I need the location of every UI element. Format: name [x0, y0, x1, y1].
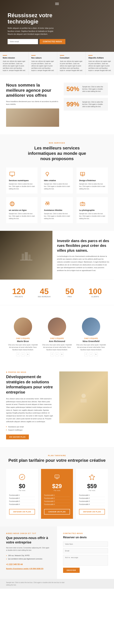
form-message-group [63, 555, 108, 566]
stat-num-prix: 50 [59, 287, 81, 295]
about2-image [59, 372, 108, 423]
twitter-icon[interactable]: t [55, 352, 59, 356]
team-role: CHEF D'ÉQUIPE [42, 338, 72, 339]
info-card-title: Objectifs d'affaire [88, 57, 111, 59]
stat-num-bureaux: 45 [33, 287, 56, 295]
footer-phone: +1 222 345 55 44 [6, 563, 51, 566]
team-name: Nina Greenfield [76, 340, 106, 342]
pricing-features: Fonctionnalité 1 Fonctionnalité 2 Foncti… [9, 494, 35, 506]
service-title: La photographie [79, 209, 105, 211]
feature-item: Fonctionnalité 4 [44, 503, 70, 506]
stat-label-projets: PROJETS [7, 296, 30, 298]
stat-text-2: Sample text. Click to select the text bo… [82, 101, 105, 108]
about2-cta-button[interactable]: EN SAVOIR PLUS [6, 434, 29, 440]
team-bio: Chez arcu risus quis varius quam. Imperd… [76, 344, 106, 351]
about-title: Nous sommes la meilleure agence pour amé… [6, 82, 59, 98]
service-text: Sample text. Click to select the text bo… [9, 212, 35, 220]
pricing-period: Par mois [44, 490, 70, 491]
form-message-input[interactable] [63, 555, 108, 566]
team-name: Ann Richmond [42, 340, 72, 342]
interior-icon [79, 171, 86, 178]
service-card-numeriques: Services numériques Sample text. Click t… [6, 168, 38, 194]
svg-point-6 [82, 203, 84, 205]
services-grid: Services numériques Sample text. Click t… [6, 168, 108, 223]
pricing-features: Fonctionnalité 1 Fonctionnalité 2 Foncti… [79, 494, 105, 506]
instagram-icon[interactable]: in [26, 352, 30, 356]
city-image [0, 231, 52, 280]
info-card-text: Justo nec ultrices dui sapien eget mi pr… [31, 60, 54, 72]
about-left: Nous sommes la meilleure agence pour amé… [6, 82, 59, 127]
feature-item: Fonctionnalité 4 [79, 503, 105, 506]
team-section: CHEF D'ÉQUIPE Marie Brun Chez arcu risus… [0, 305, 114, 364]
service-card-design: Design d'Intérieur Sample text. Click to… [76, 168, 108, 194]
services-section: NOS SERVICES Les meilleurs services info… [0, 134, 114, 231]
team-grid: CHEF D'ÉQUIPE Marie Brun Chez arcu risus… [6, 318, 108, 356]
feature-item: Fonctionnalité 3 [44, 500, 70, 503]
stat-label-prix: PRIX [59, 296, 81, 298]
pricing-icon-free [18, 473, 26, 481]
twitter-icon[interactable]: t [89, 352, 93, 356]
form-submit-button[interactable]: ENVOYER [63, 568, 80, 573]
footer-cta-right: CONTACTEZ-NOUS Réserver un devis ENVOYER [57, 526, 114, 579]
facebook-icon[interactable]: f [50, 352, 54, 356]
team-name: Marie Brun [8, 340, 38, 342]
pricing-cta-premium[interactable]: OBTENIR UN PLAN [79, 509, 105, 514]
footer-list: 166 rue, Network City, NYPD Qui semblent… [6, 554, 51, 561]
facebook-icon[interactable]: f [16, 352, 20, 356]
facebook-icon[interactable]: f [84, 352, 88, 356]
hero-cta-button[interactable]: CONTACTEZ-NOUS [39, 39, 65, 44]
service-text: Sample text. Click to select the text bo… [44, 183, 70, 190]
accent-line [60, 55, 64, 56]
accent-line [88, 55, 93, 56]
pricing-cta-featured[interactable]: CHOISIR UN PLAN [44, 509, 70, 514]
stat-label-clients: CLIENTS [84, 296, 107, 298]
twitter-icon[interactable]: t [21, 352, 25, 356]
monitor-icon [9, 171, 15, 178]
footer-cta: AIDEZ-NOUS 24H/24 ET 7J/7 Que pouvons-no… [0, 526, 114, 579]
team-avatar-ann [48, 318, 66, 336]
info-card-text: Justo nec ultrices dui sapien eget mi pr… [60, 60, 83, 72]
globe-icon [9, 200, 15, 207]
social-icons: f t in [42, 352, 72, 356]
nav-menu[interactable] [55, 3, 59, 5]
hero-email-input[interactable] [7, 39, 38, 44]
instagram-icon[interactable]: in [94, 352, 98, 356]
pricing-cta-free[interactable]: OBTENIR UN PLAN [9, 509, 35, 514]
info-card-title: Consultant [60, 57, 83, 59]
instagram-icon[interactable]: in [60, 352, 64, 356]
feature-item: Fonctionnalité 3 [79, 500, 105, 503]
footer-note: Qui semblent même pas légèrement correct… [6, 557, 51, 561]
svg-rect-10 [28, 254, 30, 260]
form-email-input[interactable] [63, 548, 108, 553]
pricing-price: $0 [9, 483, 35, 490]
info-card-valeurs: Nos valeurs Justo nec ultrices dui sapie… [29, 52, 57, 75]
service-text: Sample text. Click to select the text bo… [79, 212, 105, 220]
pricing-section: PLAN TARIFAIRE Petit plan tarifaire pour… [0, 447, 114, 526]
about2-section: À PROPOS DE NOUS Développement de straté… [0, 364, 114, 447]
form-name-input[interactable] [63, 542, 108, 547]
city-text: Investir dans des parcs et des rues flex… [52, 231, 114, 280]
stats-row: 120 PROJETS 45 DES BUREAUX 50 PRIX 100 C… [0, 280, 114, 305]
about2-features: Assistance par email Support multilingue [6, 425, 55, 432]
footer-right-label: CONTACTEZ-NOUS [63, 532, 108, 534]
footer-cta-link[interactable]: Numéro d'assistance rapide (+39 0964 669… [6, 568, 43, 570]
hero-description: Mollis aliquam ut porttitor leo a diam. … [7, 27, 59, 36]
service-card-idee-creative: Idée créative Sample text. Click to sele… [41, 168, 73, 194]
service-text: Sample text. Click to select the text bo… [79, 183, 105, 190]
team-avatar-nina [82, 318, 100, 336]
service-card-assistance: Assistance illimitée Sample text. Click … [41, 197, 73, 223]
team-card-marie: CHEF D'ÉQUIPE Marie Brun Chez arcu risus… [8, 318, 38, 356]
svg-point-12 [82, 394, 86, 398]
stat-projets: 120 PROJETS [6, 286, 32, 299]
hamburger-icon[interactable] [55, 3, 59, 5]
info-card-consultant: Consultant Justo nec ultrices dui sapien… [57, 52, 86, 75]
stat-number-2: 99% [66, 100, 79, 108]
service-title: Assistance illimitée [44, 209, 70, 211]
svg-rect-8 [22, 254, 24, 260]
service-title: Services numériques [9, 179, 35, 182]
hero-section: Réussissez votre technologie Mollis aliq… [0, 0, 114, 52]
svg-rect-0 [10, 172, 14, 175]
service-card-online: un service en ligne Sample text. Click t… [6, 197, 38, 223]
info-card-text: Justo nec ultrices dui sapien eget mi pr… [3, 60, 26, 72]
pricing-grid: $0 Par mois Fonctionnalité 1 Fonctionnal… [6, 469, 108, 519]
